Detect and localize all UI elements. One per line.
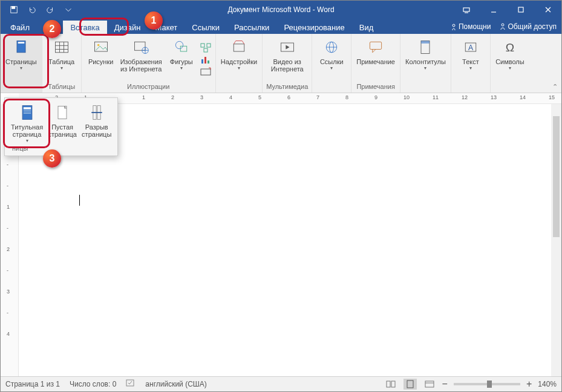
status-language[interactable]: английский (США): [145, 380, 206, 388]
svg-rect-36: [421, 41, 430, 44]
smartart-button[interactable]: [200, 42, 212, 53]
header-icon: [416, 38, 435, 57]
shapes-button[interactable]: Фигуры ▾: [166, 36, 197, 83]
scrollbar-thumb[interactable]: [553, 116, 560, 237]
pages-dropdown-menu: Титульная страница ▾ Пустая страница Раз…: [4, 97, 118, 156]
tell-me-button[interactable]: Помощни: [450, 22, 491, 31]
ribbon-options-button[interactable]: [453, 1, 480, 19]
addins-button[interactable]: Надстройки ▾: [220, 36, 258, 71]
cover-page-icon: [18, 103, 37, 122]
view-web-button[interactable]: [423, 379, 436, 390]
chevron-down-icon: ▾: [20, 65, 22, 71]
tab-review[interactable]: Рецензирование: [276, 21, 351, 34]
text-button[interactable]: A Текст ▾: [455, 36, 486, 71]
group-label-comments: Примечания: [356, 83, 395, 91]
svg-rect-24: [204, 48, 207, 52]
cover-page-button[interactable]: Титульная страница ▾: [10, 102, 44, 143]
qat-customize-button[interactable]: [60, 1, 77, 18]
link-icon: [322, 38, 341, 57]
group-addins: Надстройки ▾: [216, 34, 263, 93]
view-read-button[interactable]: [384, 379, 397, 390]
group-text: A Текст ▾: [451, 34, 491, 93]
svg-rect-11: [55, 42, 68, 53]
svg-rect-50: [391, 381, 395, 387]
tab-mailings[interactable]: Рассылки: [227, 21, 276, 34]
document-page[interactable]: [43, 140, 527, 376]
tab-design[interactable]: Дизайн: [107, 21, 148, 34]
tab-file[interactable]: Файл: [4, 21, 36, 34]
close-button[interactable]: [534, 1, 561, 19]
quick-access-toolbar: [1, 1, 77, 18]
ribbon-insert: Страницы ▾ Таблица ▾ Таблицы Рисунки Изо…: [1, 34, 561, 93]
zoom-slider[interactable]: [454, 383, 520, 385]
online-video-button[interactable]: Видео из Интернета: [270, 36, 305, 73]
group-comments: Примечание Примечания: [351, 34, 400, 93]
tab-insert[interactable]: Вставка: [63, 21, 106, 34]
links-button[interactable]: Ссылки ▾: [316, 36, 347, 71]
chart-button[interactable]: [200, 54, 212, 65]
svg-rect-42: [23, 111, 30, 112]
scrollbar-vertical[interactable]: [551, 104, 561, 376]
svg-rect-21: [180, 46, 187, 51]
pictures-button[interactable]: Рисунки: [85, 36, 117, 83]
view-print-button[interactable]: [404, 379, 417, 390]
svg-text:Ω: Ω: [506, 41, 514, 54]
svg-text:A: A: [468, 44, 474, 52]
status-page[interactable]: Страница 1 из 1: [5, 380, 60, 388]
svg-point-17: [97, 44, 100, 47]
zoom-slider-thumb[interactable]: [487, 381, 492, 388]
group-links: Ссылки ▾: [312, 34, 351, 93]
online-pictures-button[interactable]: Изображения из Интернета: [119, 36, 163, 83]
table-button[interactable]: Таблица ▾: [46, 36, 77, 71]
comment-button[interactable]: Примечание: [355, 36, 396, 65]
svg-point-20: [175, 41, 183, 48]
svg-rect-25: [201, 59, 203, 64]
callout-badge-2: 2: [43, 20, 61, 38]
svg-rect-29: [234, 44, 244, 51]
zoom-out-button[interactable]: −: [442, 379, 448, 390]
redo-button[interactable]: [42, 1, 59, 18]
svg-rect-28: [201, 69, 211, 75]
group-pages: Страницы ▾: [1, 34, 42, 93]
group-headers: Колонтитулы ▾: [400, 34, 451, 93]
group-label-tables: Таблицы: [48, 83, 75, 91]
window-controls: [453, 1, 561, 19]
share-button[interactable]: Общий доступ: [499, 22, 557, 31]
symbols-button[interactable]: Ω Символы ▾: [494, 36, 526, 71]
status-bar: Страница 1 из 1 Число слов: 0 английский…: [1, 376, 561, 391]
save-button[interactable]: [5, 1, 22, 18]
group-tables: Таблица ▾ Таблицы: [42, 34, 82, 93]
page-break-button[interactable]: Разрыв страницы: [80, 102, 113, 143]
undo-button[interactable]: [24, 1, 41, 18]
svg-rect-23: [207, 44, 211, 47]
omega-icon: Ω: [500, 38, 520, 57]
svg-rect-43: [23, 113, 30, 114]
pages-button[interactable]: Страницы ▾: [4, 36, 38, 71]
window-title: Документ Microsoft Word - Word: [227, 5, 334, 14]
svg-rect-2: [463, 8, 469, 11]
tab-references[interactable]: Ссылки: [185, 21, 227, 34]
svg-rect-52: [425, 381, 434, 387]
zoom-in-button[interactable]: +: [526, 379, 532, 390]
minimize-button[interactable]: [480, 1, 507, 19]
status-proofing-icon[interactable]: [126, 379, 136, 390]
tab-view[interactable]: Вид: [352, 21, 381, 34]
svg-rect-41: [23, 107, 30, 109]
headers-button[interactable]: Колонтитулы ▾: [404, 36, 447, 71]
group-symbols: Ω Символы ▾: [491, 34, 529, 93]
collapse-ribbon-button[interactable]: ⌃: [552, 83, 558, 91]
group-illustrations: Рисунки Изображения из Интернета Фигуры …: [82, 34, 216, 93]
status-words[interactable]: Число слов: 0: [70, 380, 116, 388]
title-bar: Документ Microsoft Word - Word: [1, 1, 561, 19]
maximize-button[interactable]: [507, 1, 534, 19]
svg-rect-16: [94, 42, 107, 51]
blank-page-button[interactable]: Пустая страница: [47, 102, 78, 143]
group-label-illustrations: Иллюстрации: [127, 83, 169, 91]
store-icon: [229, 38, 249, 57]
chevron-down-icon: ▾: [26, 138, 28, 143]
zoom-level[interactable]: 140%: [538, 380, 557, 388]
svg-rect-10: [18, 42, 25, 44]
screenshot-button[interactable]: [200, 67, 212, 77]
page-icon: [11, 38, 31, 57]
svg-rect-4: [518, 7, 523, 12]
